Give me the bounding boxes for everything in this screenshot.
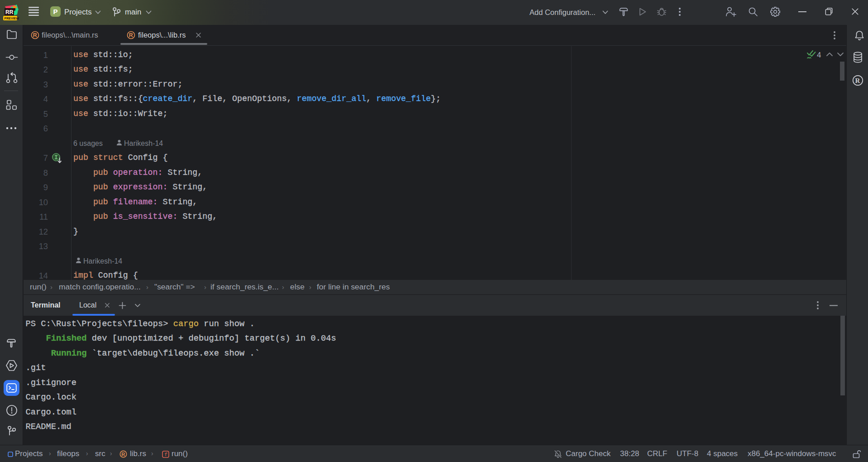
svg-text:R: R — [121, 452, 125, 457]
svg-text:R: R — [855, 77, 860, 84]
svg-text:R: R — [33, 32, 37, 38]
svg-text:R: R — [129, 32, 133, 38]
svg-text:f: f — [164, 452, 167, 457]
svg-text:RR: RR — [5, 9, 14, 15]
svg-text:PREVIEW: PREVIEW — [5, 17, 19, 20]
